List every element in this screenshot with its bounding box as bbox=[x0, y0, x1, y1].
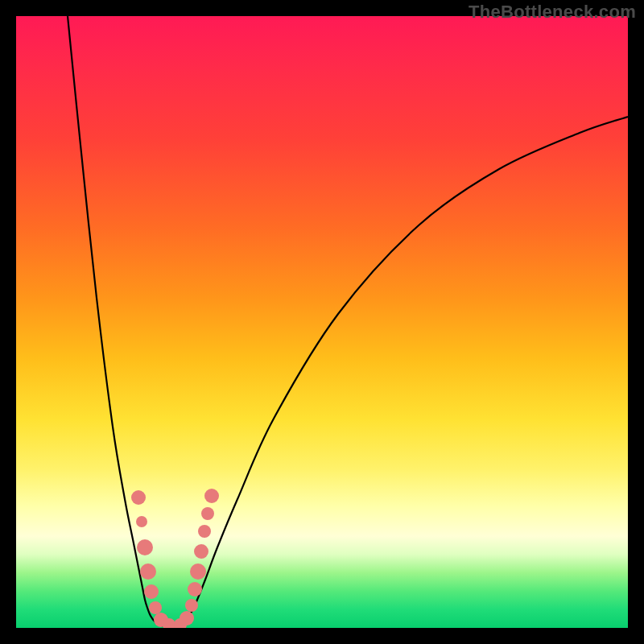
bead-marker bbox=[204, 489, 219, 503]
bead-marker bbox=[180, 611, 194, 625]
bead-marker bbox=[136, 516, 147, 527]
bead-marker bbox=[194, 544, 208, 559]
bead-marker bbox=[190, 564, 206, 580]
left-curve bbox=[68, 16, 163, 626]
bead-marker bbox=[188, 582, 202, 597]
bead-markers bbox=[131, 489, 219, 628]
bead-marker bbox=[185, 599, 198, 612]
right-curve bbox=[177, 117, 628, 626]
watermark-text: TheBottleneck.com bbox=[469, 2, 636, 23]
bead-marker bbox=[140, 564, 156, 580]
bead-marker bbox=[144, 584, 159, 599]
bead-marker bbox=[131, 490, 146, 505]
chart-frame: TheBottleneck.com bbox=[0, 0, 644, 644]
chart-plot-area bbox=[16, 16, 628, 628]
bead-marker bbox=[149, 601, 162, 614]
chart-svg bbox=[16, 16, 628, 628]
bead-marker bbox=[137, 539, 153, 555]
bead-marker bbox=[201, 507, 214, 520]
bead-marker bbox=[198, 525, 211, 538]
